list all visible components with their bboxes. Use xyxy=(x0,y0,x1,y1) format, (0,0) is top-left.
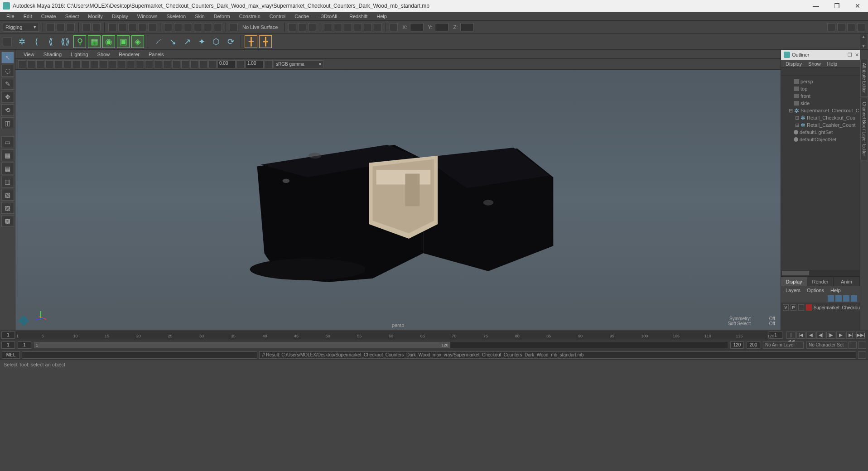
vp-menu-lighting[interactable]: Lighting xyxy=(67,51,92,58)
vp-menu-show[interactable]: Show xyxy=(94,51,114,58)
vp-far-field[interactable]: 1.00 xyxy=(246,60,264,68)
shelf-scrollbar[interactable]: ▲▼ xyxy=(860,34,867,48)
layout-four-button[interactable]: ▦ xyxy=(1,149,14,161)
maximize-button[interactable]: ❐ xyxy=(826,0,847,12)
snap-plane-button[interactable] xyxy=(204,23,212,31)
menu-modify[interactable]: Modify xyxy=(84,13,106,20)
menuset-combo[interactable]: Rigging▾ xyxy=(3,23,39,32)
time-current-start[interactable]: 1 xyxy=(1,332,15,339)
move-tool[interactable]: ✥ xyxy=(1,91,14,103)
expand-icon[interactable]: ⊞ xyxy=(795,122,799,128)
vp-exposure-icon[interactable] xyxy=(190,60,198,68)
shelf-cone-icon[interactable]: ◈ xyxy=(131,35,144,48)
layout-persp-button[interactable]: ▥ xyxy=(1,176,14,187)
layout-button[interactable] xyxy=(390,23,398,31)
outliner-close-button[interactable]: ✕ xyxy=(855,52,859,58)
shelf-box-icon[interactable]: ▦ xyxy=(88,35,101,48)
playback-stepfwd-button[interactable]: ▶ xyxy=(836,332,845,339)
vp-motion-blur-icon[interactable] xyxy=(154,60,162,68)
shelf-cylinder-icon[interactable]: ▣ xyxy=(117,35,130,48)
outliner-cam-side[interactable]: side xyxy=(781,100,860,107)
vp-menu-shading[interactable]: Shading xyxy=(40,51,65,58)
menu-deform[interactable]: Deform xyxy=(210,13,234,20)
tab-channel-box[interactable]: Channel Box / Layer Editor xyxy=(860,98,868,160)
shelf-lattice-icon[interactable]: ⬡ xyxy=(210,35,222,48)
outliner-default-light-set[interactable]: defaultLightSet xyxy=(781,129,860,136)
render-view-button[interactable] xyxy=(364,23,372,31)
outliner-default-object-set[interactable]: defaultObjectSet xyxy=(781,136,860,143)
snap-curve-button[interactable] xyxy=(174,23,182,31)
menu-file[interactable]: File xyxy=(3,13,18,20)
menu-display[interactable]: Display xyxy=(108,13,132,20)
layer-visibility-toggle[interactable]: V xyxy=(783,304,789,311)
sidebar-toggle-3[interactable] xyxy=(847,23,855,31)
snap-projected-button[interactable] xyxy=(194,23,202,31)
construction-history-button[interactable] xyxy=(288,23,296,31)
layout-single-button[interactable]: ▭ xyxy=(1,136,14,148)
rotate-tool[interactable]: ⟲ xyxy=(1,104,14,116)
character-set-combo[interactable]: No Character Set xyxy=(806,341,847,349)
vp-2d-pan-icon[interactable] xyxy=(45,60,53,68)
vp-gate-mask-icon[interactable] xyxy=(91,60,99,68)
layer-new-selected-icon[interactable] xyxy=(851,295,857,302)
sidebar-toggle-2[interactable] xyxy=(837,23,845,31)
menu-create[interactable]: Create xyxy=(38,13,60,20)
shelf-sphere-icon[interactable]: ◉ xyxy=(102,35,115,48)
shelf-key-icon[interactable]: ╂ xyxy=(245,35,257,48)
playback-stepback-button[interactable]: ◀ xyxy=(806,332,815,339)
playback-playback-button[interactable]: ◀| xyxy=(816,332,825,339)
vp-depth-icon[interactable] xyxy=(199,60,207,68)
outliner-node-retail-checkout[interactable]: ⊞✲Retail_Checkout_Cou xyxy=(781,114,860,121)
menu-skin[interactable]: Skin xyxy=(191,13,208,20)
vp-lights-icon[interactable] xyxy=(127,60,135,68)
outliner-menu-help[interactable]: Help xyxy=(825,61,840,67)
vp-smooth-icon[interactable] xyxy=(109,60,117,68)
shelf-skeleton-icon[interactable]: ⚲ xyxy=(73,35,86,48)
layer-menu-options[interactable]: Options xyxy=(804,287,827,293)
shelf-snowflake-icon[interactable]: ✲ xyxy=(15,35,28,48)
shelf-arrows-icon[interactable]: ⟪⟫ xyxy=(59,35,72,48)
vp-resolution-icon[interactable] xyxy=(82,60,90,68)
layer-playback-toggle[interactable]: P xyxy=(791,304,796,311)
range-outer-start[interactable]: 1 xyxy=(1,341,15,349)
outliner-cam-persp[interactable]: persp xyxy=(781,78,860,85)
snap-point-button[interactable] xyxy=(184,23,192,31)
layer-menu-layers[interactable]: Layers xyxy=(783,287,803,293)
shelf-joint-icon[interactable]: ⟋ xyxy=(152,35,164,48)
layer-move-down-icon[interactable] xyxy=(835,295,842,302)
open-scene-button[interactable] xyxy=(57,23,65,31)
vp-menu-view[interactable]: View xyxy=(20,51,38,58)
outliner-search-bar[interactable] xyxy=(781,68,860,76)
save-scene-button[interactable] xyxy=(67,23,75,31)
expand-icon[interactable]: ⊞ xyxy=(795,115,799,121)
select-uv-button[interactable] xyxy=(138,23,146,31)
vp-select-camera-icon[interactable] xyxy=(18,60,26,68)
script-lang-combo[interactable]: MEL xyxy=(2,351,20,359)
range-inner-start[interactable]: 1 xyxy=(18,341,31,349)
menu-skeleton[interactable]: Skeleton xyxy=(163,13,189,20)
coord-y-field[interactable] xyxy=(435,23,448,31)
hypershade-button[interactable] xyxy=(374,23,382,31)
render-globals-button[interactable] xyxy=(354,23,362,31)
select-component-button[interactable] xyxy=(128,23,136,31)
select-multi-button[interactable] xyxy=(148,23,156,31)
shelf-handle-icon[interactable]: ↗ xyxy=(181,35,193,48)
layer-menu-help[interactable]: Help xyxy=(828,287,844,293)
layer-tab-display[interactable]: Display xyxy=(781,277,807,286)
scale-tool[interactable]: ◫ xyxy=(1,117,14,129)
outliner-tree[interactable]: persp top front side ⊟✲Supermarket_Check… xyxy=(781,76,860,270)
viewport-canvas[interactable]: persp Symmetry:Off Soft Select:Off xyxy=(15,70,781,330)
vp-ao-icon[interactable] xyxy=(145,60,153,68)
shelf-cluster-icon[interactable]: ✦ xyxy=(195,35,208,48)
layout-custom-button[interactable]: ▩ xyxy=(1,215,14,227)
shelf-wrap-icon[interactable]: ⟳ xyxy=(224,35,237,48)
vp-isolate-icon[interactable] xyxy=(163,60,171,68)
vp-textured-icon[interactable] xyxy=(118,60,126,68)
range-bar[interactable]: 1120 xyxy=(34,342,450,348)
vp-grease-icon[interactable] xyxy=(54,60,63,68)
layer-name[interactable]: Supermarket_Checkou xyxy=(814,305,860,310)
layer-row[interactable]: V P Supermarket_Checkou xyxy=(781,304,860,311)
render-sequence-button[interactable] xyxy=(344,23,352,31)
playback-end-button[interactable]: ▶▶| xyxy=(856,332,865,339)
outliner-titlebar[interactable]: Outliner ❐✕ xyxy=(781,50,860,60)
